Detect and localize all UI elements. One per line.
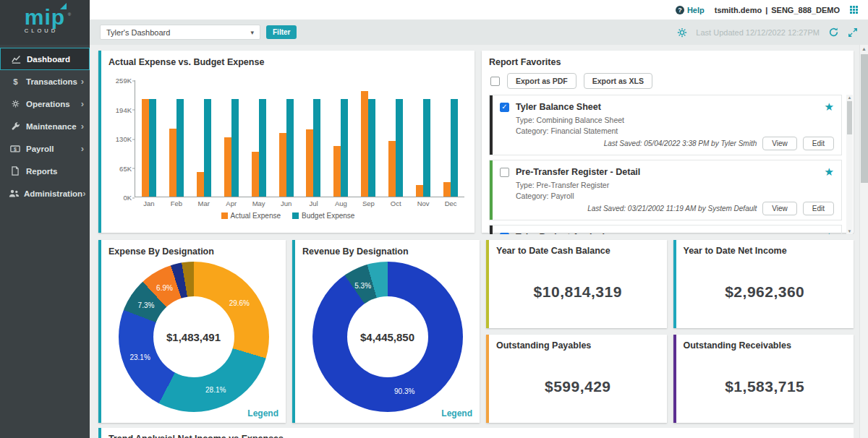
budget-expense-bar xyxy=(368,99,375,197)
dashboard-select[interactable]: Tyler's Dashboard ▾ xyxy=(100,25,260,40)
star-icon[interactable]: ★ xyxy=(825,100,834,113)
bar-group-mar xyxy=(190,80,218,197)
actual-expense-bar xyxy=(224,137,231,197)
budget-expense-bar xyxy=(231,99,239,197)
x-tick-label: Mar xyxy=(190,197,218,207)
bar-group-may xyxy=(245,80,273,197)
reports-icon xyxy=(9,166,22,176)
svg-text:$: $ xyxy=(13,77,18,86)
scroll-down-icon[interactable]: ▼ xyxy=(846,229,853,233)
sidebar: mip ® CLOUD Dashboard $ Transactions › O… xyxy=(0,0,90,438)
sidebar-item-transactions[interactable]: $ Transactions › xyxy=(0,70,90,93)
expense-donut-title: Expense By Designation xyxy=(101,240,286,259)
x-tick-label: Oct xyxy=(382,197,409,207)
slice-percent-label: 5.3% xyxy=(354,281,371,289)
edit-button[interactable]: Edit xyxy=(803,202,834,215)
scroll-up-icon[interactable]: ▲ xyxy=(846,95,853,100)
bar-chart-plot xyxy=(135,80,464,197)
budget-expense-bar xyxy=(423,99,430,197)
export-pdf-button[interactable]: Export as PDF xyxy=(507,73,576,89)
kpi-value: $10,814,319 xyxy=(496,283,660,301)
favorite-category: Category: Payroll xyxy=(516,192,834,200)
favorites-scroll-thumb[interactable] xyxy=(847,101,852,134)
report-favorites-title: Report Favorites xyxy=(482,51,854,70)
username: tsmith.demo xyxy=(715,6,762,14)
dashboard-icon xyxy=(9,54,22,64)
sidebar-item-administration[interactable]: Administration › xyxy=(0,182,90,205)
kpi-title: Outstanding Payables xyxy=(496,340,660,351)
last-updated-label: Last Updated 12/12/2022 12:27PM xyxy=(696,28,820,37)
actual-expense-bar xyxy=(388,141,396,197)
filter-button[interactable]: Filter xyxy=(266,25,297,39)
star-icon[interactable]: ★ xyxy=(825,231,834,234)
kpi-value: $1,583,715 xyxy=(684,378,847,395)
svg-text:$: $ xyxy=(14,147,17,153)
revenue-legend-link[interactable]: Legend xyxy=(441,408,472,418)
kpi-value: $2,962,360 xyxy=(684,283,847,301)
legend-item: Actual Expense xyxy=(221,212,281,220)
sidebar-item-operations[interactable]: Operations › xyxy=(0,93,90,115)
page-scroll-thumb[interactable] xyxy=(861,54,868,183)
maintenance-icon xyxy=(9,121,22,131)
trend-analysis-card: Trend Analysis| Net Income vs Expenses xyxy=(98,428,854,438)
expense-legend-link[interactable]: Legend xyxy=(247,408,278,418)
actual-expense-bar xyxy=(142,99,149,197)
revenue-total: $4,445,850 xyxy=(360,331,414,343)
slice-percent-label: 28.1% xyxy=(205,385,226,393)
sidebar-item-label: Operations xyxy=(26,100,81,108)
favorite-checkbox[interactable]: ✓ xyxy=(500,103,509,112)
logo-text: mip xyxy=(25,5,65,29)
favorite-title: Pre-Transfer Register - Detail xyxy=(516,167,818,177)
scroll-up-icon[interactable]: ▲ xyxy=(860,45,868,53)
legend-item: Budget Expense xyxy=(292,212,354,220)
refresh-icon[interactable] xyxy=(828,27,839,38)
favorite-last-saved: Last Saved: 05/04/2022 3:38 PM by Tyler … xyxy=(604,139,757,147)
help-link[interactable]: ? Help xyxy=(676,6,705,14)
transactions-icon: $ xyxy=(9,77,22,86)
chevron-right-icon: › xyxy=(81,76,84,87)
favorite-item: Pre-Transfer Register - Detail ★ Type: P… xyxy=(489,160,842,220)
sidebar-item-maintenance[interactable]: Maintenance › xyxy=(0,115,90,137)
view-button[interactable]: View xyxy=(762,137,797,150)
star-icon[interactable]: ★ xyxy=(825,166,834,179)
actual-expense-bar xyxy=(361,91,368,197)
trend-analysis-title: Trend Analysis| Net Income vs Expenses xyxy=(109,434,846,438)
favorite-item: ✓ Tyler Balance Sheet ★ Type: Combining … xyxy=(489,95,842,155)
bar-group-sep xyxy=(354,80,382,197)
favorite-checkbox[interactable] xyxy=(500,168,509,177)
y-tick-label: 130K xyxy=(116,135,132,143)
user-org-label: tsmith.demo | SENG_888_DEMO xyxy=(715,6,840,14)
kpi-card-year-to-date-net-income: Year to Date Net Income $2,962,360 xyxy=(673,240,854,328)
page-scrollbar[interactable]: ▲ xyxy=(859,45,868,438)
favorites-scrollbar[interactable]: ▲ ▼ xyxy=(846,95,853,234)
sidebar-item-label: Payroll xyxy=(26,145,81,153)
export-xls-button[interactable]: Export as XLS xyxy=(584,73,652,89)
sidebar-item-label: Transactions xyxy=(26,77,81,86)
x-tick-label: Feb xyxy=(163,197,190,207)
sidebar-item-payroll[interactable]: $ Payroll › xyxy=(0,137,90,160)
sidebar-item-label: Maintenance xyxy=(26,122,81,131)
favorite-last-saved: Last Saved: 03/21/2002 11:19 AM by Syste… xyxy=(587,205,757,212)
select-all-checkbox[interactable] xyxy=(490,77,500,86)
org-name: SENG_888_DEMO xyxy=(771,6,840,14)
revenue-donut-chart[interactable]: $4,445,850 90.3%5.3% xyxy=(312,262,463,412)
edit-button[interactable]: Edit xyxy=(803,137,834,150)
apps-grid-icon[interactable] xyxy=(850,6,858,14)
sidebar-item-reports[interactable]: Reports xyxy=(0,160,90,182)
favorite-item: ✓ Tyler Budget Analysis ★ xyxy=(489,225,842,234)
top-bar: ? Help tsmith.demo | SENG_888_DEMO xyxy=(90,0,868,20)
y-tick-label: 259K xyxy=(116,77,132,85)
view-button[interactable]: View xyxy=(762,202,797,215)
favorite-checkbox[interactable]: ✓ xyxy=(500,233,509,235)
expand-icon[interactable] xyxy=(848,27,858,38)
sidebar-item-dashboard[interactable]: Dashboard xyxy=(0,48,90,70)
slice-percent-label: 29.6% xyxy=(229,299,250,306)
x-tick-label: Jan xyxy=(135,197,163,207)
x-tick-label: Aug xyxy=(327,197,354,207)
x-tick-label: Jun xyxy=(273,197,300,207)
settings-gear-icon[interactable] xyxy=(677,27,687,38)
budget-expense-bar xyxy=(451,99,458,197)
x-tick-label: Nov xyxy=(409,197,437,207)
budget-expense-bar xyxy=(176,99,184,197)
expense-donut-chart[interactable]: $1,483,491 29.6%28.1%23.1%7.3%6.9% xyxy=(119,262,269,412)
